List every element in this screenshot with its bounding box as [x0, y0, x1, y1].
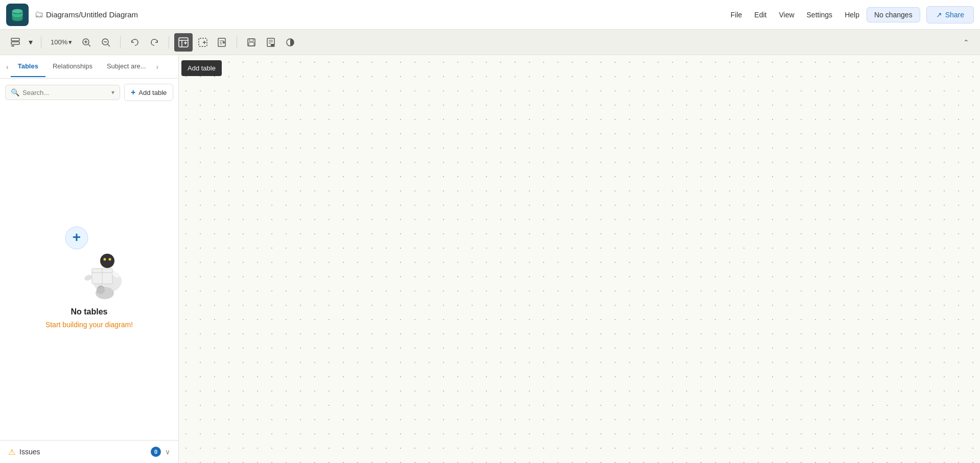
history-button[interactable]: [262, 33, 280, 52]
add-table-sidebar-button[interactable]: + Add table: [124, 84, 173, 101]
svg-line-7: [88, 44, 90, 46]
share-icon: ↗: [936, 11, 942, 19]
svg-point-38: [103, 258, 106, 261]
svg-point-0: [12, 9, 23, 13]
zoom-chevron: ▾: [68, 38, 72, 46]
issues-chevron-icon: ∨: [165, 448, 170, 456]
svg-rect-3: [11, 45, 14, 46]
collapse-toolbar-button[interactable]: ⌃: [959, 35, 974, 50]
toolbar: ▾ 100% ▾: [0, 30, 980, 55]
search-icon: 🔍: [11, 88, 19, 96]
tab-subject-areas[interactable]: Subject are...: [100, 56, 153, 77]
chevron-up-icon: ⌃: [963, 38, 969, 46]
tab-relationships[interactable]: Relationships: [45, 56, 100, 77]
empty-state-title: No tables: [71, 307, 107, 316]
format-group: ▾: [6, 33, 36, 52]
chevron-down-icon: ▾: [29, 37, 33, 47]
nav-menu: File Edit View Settings Help: [730, 9, 860, 21]
separator-4: [237, 36, 237, 48]
issues-label: Issues: [19, 448, 147, 456]
share-button[interactable]: ↗ Share: [926, 6, 974, 23]
empty-illustration: +: [43, 217, 135, 299]
svg-rect-32: [271, 44, 274, 46]
search-input[interactable]: [22, 89, 108, 96]
contrast-button[interactable]: [281, 33, 299, 52]
share-label: Share: [945, 11, 964, 19]
zoom-in-button[interactable]: [77, 33, 96, 52]
tab-tables[interactable]: Tables: [11, 56, 45, 77]
undo-button[interactable]: [126, 33, 144, 52]
svg-rect-1: [11, 38, 19, 41]
no-changes-button[interactable]: No changes: [867, 7, 920, 22]
svg-point-43: [83, 274, 92, 282]
issues-count-badge: 0: [151, 447, 161, 457]
diagram-icon: 🗂: [35, 9, 44, 20]
separator-3: [169, 36, 169, 48]
plus-icon: +: [131, 88, 135, 97]
canvas-background: [179, 55, 980, 463]
prev-tab-button[interactable]: ‹: [4, 61, 11, 73]
canvas-area[interactable]: [179, 55, 980, 463]
redo-button[interactable]: [145, 33, 164, 52]
issues-bar[interactable]: ⚠ Issues 0 ∨: [0, 440, 178, 463]
nav-file[interactable]: File: [730, 9, 743, 21]
svg-text:+: +: [72, 229, 80, 245]
nav-settings[interactable]: Settings: [806, 9, 834, 21]
empty-state-subtitle: Start building your diagram!: [45, 321, 133, 329]
svg-rect-2: [11, 42, 19, 44]
separator-2: [120, 36, 121, 48]
svg-rect-27: [249, 42, 254, 46]
svg-line-10: [108, 44, 110, 46]
file-actions-group: [242, 33, 299, 52]
main-layout: ‹ Tables Relationships Subject are... › …: [0, 55, 980, 463]
search-container: 🔍 ▾: [5, 85, 120, 100]
tabs-bar: ‹ Tables Relationships Subject are... ›: [0, 55, 178, 79]
svg-rect-11: [179, 38, 188, 47]
zoom-group: 100% ▾: [46, 33, 115, 52]
left-sidebar: ‹ Tables Relationships Subject are... › …: [0, 55, 179, 463]
format-dropdown[interactable]: ▾: [26, 33, 36, 52]
zoom-value: 100%: [51, 38, 67, 46]
breadcrumb-text: Diagrams/Untitled Diagram: [46, 10, 138, 19]
zoom-control[interactable]: 100% ▾: [46, 36, 76, 48]
separator-1: [41, 36, 41, 48]
add-note-button[interactable]: [213, 33, 231, 52]
empty-state: +: [0, 106, 178, 440]
add-subject-area-button[interactable]: [194, 33, 212, 52]
diagram-actions-group: [174, 33, 231, 52]
nav-edit[interactable]: Edit: [753, 9, 767, 21]
save-button[interactable]: [242, 33, 261, 52]
top-bar: 🗂 Diagrams/Untitled Diagram File Edit Vi…: [0, 0, 980, 30]
nav-help[interactable]: Help: [844, 9, 860, 21]
svg-point-39: [108, 258, 111, 261]
zoom-out-button[interactable]: [97, 33, 115, 52]
more-tabs-button[interactable]: ›: [154, 61, 161, 73]
add-table-toolbar-button[interactable]: [174, 33, 193, 52]
svg-point-37: [100, 254, 114, 268]
breadcrumb-area: 🗂 Diagrams/Untitled Diagram: [35, 9, 713, 20]
format-button[interactable]: [6, 33, 25, 52]
search-bar: 🔍 ▾ + Add table: [0, 79, 178, 106]
add-table-label: Add table: [138, 89, 167, 96]
nav-view[interactable]: View: [778, 9, 795, 21]
warning-icon: ⚠: [8, 447, 15, 457]
app-logo: [6, 4, 29, 26]
history-group: [126, 33, 164, 52]
search-dropdown-icon[interactable]: ▾: [111, 89, 114, 96]
